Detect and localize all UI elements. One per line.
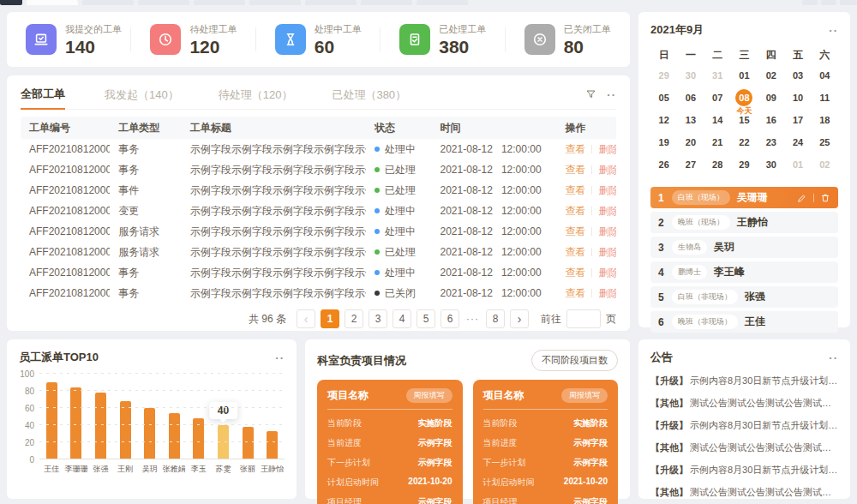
calendar-day[interactable]: 10	[784, 87, 811, 110]
delete-link[interactable]: 删除	[598, 267, 616, 279]
calendar-day[interactable]: 30	[758, 154, 784, 177]
calendar-day[interactable]: 08今天	[731, 87, 758, 110]
bar-slot[interactable]	[187, 374, 212, 459]
calendar-day[interactable]: 03	[784, 65, 811, 87]
bar-slot[interactable]	[88, 374, 113, 459]
calendar-day[interactable]: 04	[812, 65, 838, 87]
page-button[interactable]: 4	[393, 309, 411, 328]
trash-icon[interactable]	[820, 193, 830, 203]
tab-pending[interactable]: 待处理（120）	[219, 81, 293, 110]
calendar-day[interactable]: 16	[758, 110, 784, 132]
stats-bar: 我提交的工单 140 待处理工单 120 处理中工单 60 已处理工单 380	[7, 12, 630, 67]
calendar-day[interactable]: 31	[704, 65, 731, 87]
calendar-day[interactable]: 23	[758, 132, 784, 154]
bar-slot[interactable]	[64, 374, 89, 459]
calendar-day[interactable]: 12	[650, 110, 677, 132]
project-card: 项目名称周报填写 当前阶段实施阶段当前进度示例字段下一步计划示例字段计划启动时间…	[473, 380, 619, 504]
announcement-item[interactable]: 【升级】示例内容8月30日新节点升级计划通知	[650, 464, 838, 477]
delete-link[interactable]: 删除	[598, 225, 616, 237]
calendar-day[interactable]: 20	[677, 132, 704, 154]
calendar-day[interactable]: 05	[650, 87, 677, 110]
shift-row[interactable]: 5 白班（非现场） 张强	[650, 286, 838, 308]
page-button[interactable]: 3	[369, 309, 387, 328]
calendar-day[interactable]: 22	[731, 132, 758, 154]
bar-slot[interactable]	[113, 374, 138, 459]
project-name: 项目名称	[483, 388, 524, 403]
delete-link[interactable]: 删除	[598, 287, 616, 299]
delete-link[interactable]: 删除	[598, 246, 616, 258]
view-link[interactable]: 查看	[565, 287, 585, 299]
edit-icon[interactable]	[797, 193, 807, 203]
tab-my-created[interactable]: 我发起（140）	[105, 81, 179, 110]
calendar-day[interactable]: 06	[677, 87, 704, 110]
more-icon[interactable]: ··	[829, 24, 838, 37]
shift-row[interactable]: 6 晚班（非现场） 王佳	[650, 311, 838, 333]
view-link[interactable]: 查看	[565, 267, 585, 279]
shift-row[interactable]: 3 生物岛 吴玥	[650, 237, 838, 258]
calendar-day[interactable]: 21	[704, 132, 731, 154]
page-button[interactable]: 8	[486, 309, 505, 328]
goto-page-input[interactable]	[566, 309, 601, 328]
shift-row[interactable]: 2 晚班（现场） 王静怡	[650, 212, 838, 233]
more-icon[interactable]: ··	[607, 88, 616, 101]
announcement-item[interactable]: 【其他】测试公告测试公告测试公告测试公告测试公告	[650, 486, 838, 499]
calendar-day[interactable]: 29	[650, 65, 677, 87]
calendar-day[interactable]: 09	[758, 87, 784, 110]
view-link[interactable]: 查看	[565, 164, 585, 176]
calendar-day[interactable]: 13	[677, 110, 704, 132]
calendar-day[interactable]: 24	[784, 132, 811, 154]
announcement-item[interactable]: 【升级】示例内容8月30日新节点升级计划通知	[650, 375, 838, 387]
calendar-day[interactable]: 15	[731, 110, 758, 132]
calendar-day[interactable]: 01	[784, 154, 811, 177]
calendar-day[interactable]: 07	[704, 87, 731, 110]
announcement-item[interactable]: 【升级】示例内容8月30日新节点升级计划通知	[650, 419, 838, 432]
delete-link[interactable]: 删除	[598, 205, 616, 217]
view-link[interactable]: 查看	[565, 143, 585, 155]
delete-link[interactable]: 删除	[598, 164, 616, 176]
calendar-day[interactable]: 18	[812, 110, 838, 132]
announcement-item[interactable]: 【其他】测试公告测试公告测试公告测试公告测试公告	[650, 397, 838, 410]
calendar-day[interactable]: 29	[731, 154, 758, 177]
page-button[interactable]: 2	[345, 309, 363, 328]
calendar-day[interactable]: 14	[704, 110, 731, 132]
weekly-report-badge[interactable]: 周报填写	[561, 388, 608, 403]
calendar-day[interactable]: 11	[812, 87, 838, 110]
bar-slot[interactable]	[236, 374, 261, 459]
bar-slot[interactable]	[260, 374, 285, 459]
page-button[interactable]: 5	[417, 309, 435, 328]
calendar-day[interactable]: 26	[650, 154, 677, 177]
delete-link[interactable]: 删除	[598, 184, 616, 196]
calendar-day[interactable]: 01	[731, 65, 758, 87]
bar-slot[interactable]	[137, 374, 162, 459]
bar-slot[interactable]	[162, 374, 187, 459]
stage-count-button[interactable]: 不同阶段项目数	[531, 350, 618, 371]
tab-all-orders[interactable]: 全部工单	[21, 81, 65, 110]
bar-slot[interactable]	[39, 374, 64, 459]
shift-row[interactable]: 1 白班（现场） 吴珊珊	[650, 187, 838, 208]
calendar-day[interactable]: 19	[650, 132, 677, 154]
view-link[interactable]: 查看	[565, 246, 585, 258]
shift-row[interactable]: 4 鹏博士 李王峰	[650, 261, 838, 283]
delete-link[interactable]: 删除	[598, 143, 616, 155]
page-button[interactable]: 6	[440, 309, 459, 328]
calendar-day[interactable]: 28	[704, 154, 731, 177]
calendar-day[interactable]: 30	[677, 65, 704, 87]
calendar-day[interactable]: 02	[812, 154, 838, 177]
weekly-report-badge[interactable]: 周报填写	[406, 388, 452, 403]
calendar-day[interactable]: 02	[758, 65, 784, 87]
more-icon[interactable]: ··	[829, 351, 838, 364]
view-link[interactable]: 查看	[565, 225, 585, 237]
more-icon[interactable]: ··	[275, 351, 285, 364]
filter-icon[interactable]	[585, 89, 596, 100]
next-page-icon[interactable]: ›	[510, 309, 529, 328]
tab-processed[interactable]: 已处理（380）	[332, 81, 406, 110]
view-link[interactable]: 查看	[565, 205, 585, 217]
view-link[interactable]: 查看	[565, 184, 585, 196]
calendar-day[interactable]: 17	[784, 110, 811, 132]
pagination: 共 96 条 ‹ 123456···8 › 前往 页	[21, 303, 616, 334]
calendar-day[interactable]: 27	[677, 154, 704, 177]
announcement-item[interactable]: 【其他】测试公告测试公告测试公告测试公告测试公告	[650, 441, 838, 454]
page-button[interactable]: 1	[321, 309, 339, 328]
calendar-day[interactable]: 25	[812, 132, 838, 154]
prev-page-icon[interactable]: ‹	[297, 309, 315, 328]
